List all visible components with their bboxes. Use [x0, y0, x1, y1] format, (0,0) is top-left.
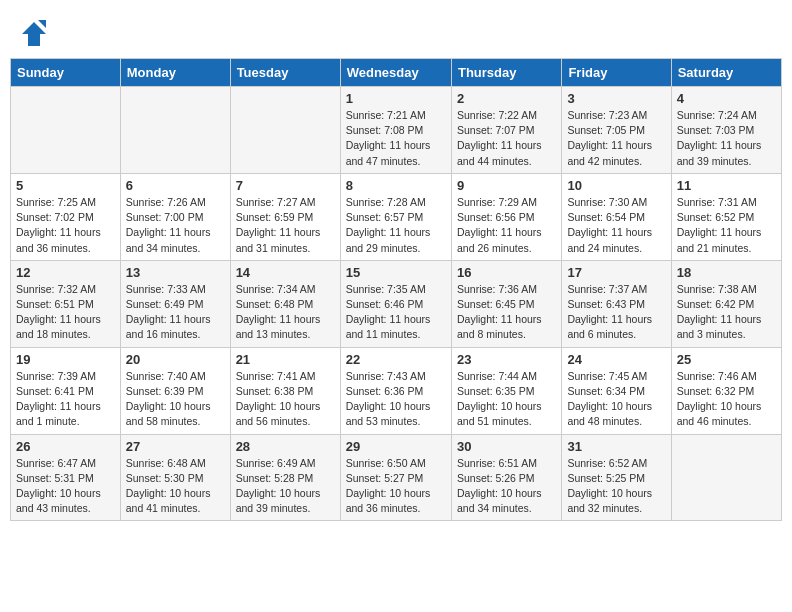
- calendar-week-row: 12Sunrise: 7:32 AM Sunset: 6:51 PM Dayli…: [11, 260, 782, 347]
- day-number: 13: [126, 265, 225, 280]
- calendar-cell: 3Sunrise: 7:23 AM Sunset: 7:05 PM Daylig…: [562, 87, 671, 174]
- calendar-cell: 28Sunrise: 6:49 AM Sunset: 5:28 PM Dayli…: [230, 434, 340, 521]
- day-number: 5: [16, 178, 115, 193]
- day-number: 9: [457, 178, 556, 193]
- day-info: Sunrise: 6:48 AM Sunset: 5:30 PM Dayligh…: [126, 456, 225, 517]
- calendar-cell: 29Sunrise: 6:50 AM Sunset: 5:27 PM Dayli…: [340, 434, 451, 521]
- calendar-cell: 13Sunrise: 7:33 AM Sunset: 6:49 PM Dayli…: [120, 260, 230, 347]
- calendar-cell: 26Sunrise: 6:47 AM Sunset: 5:31 PM Dayli…: [11, 434, 121, 521]
- calendar-cell: 9Sunrise: 7:29 AM Sunset: 6:56 PM Daylig…: [451, 173, 561, 260]
- calendar-cell: [671, 434, 781, 521]
- day-info: Sunrise: 6:52 AM Sunset: 5:25 PM Dayligh…: [567, 456, 665, 517]
- calendar-cell: 5Sunrise: 7:25 AM Sunset: 7:02 PM Daylig…: [11, 173, 121, 260]
- calendar-cell: 12Sunrise: 7:32 AM Sunset: 6:51 PM Dayli…: [11, 260, 121, 347]
- day-number: 10: [567, 178, 665, 193]
- day-info: Sunrise: 7:46 AM Sunset: 6:32 PM Dayligh…: [677, 369, 776, 430]
- day-number: 26: [16, 439, 115, 454]
- day-info: Sunrise: 6:50 AM Sunset: 5:27 PM Dayligh…: [346, 456, 446, 517]
- day-info: Sunrise: 7:30 AM Sunset: 6:54 PM Dayligh…: [567, 195, 665, 256]
- day-info: Sunrise: 7:39 AM Sunset: 6:41 PM Dayligh…: [16, 369, 115, 430]
- day-info: Sunrise: 7:26 AM Sunset: 7:00 PM Dayligh…: [126, 195, 225, 256]
- day-info: Sunrise: 6:47 AM Sunset: 5:31 PM Dayligh…: [16, 456, 115, 517]
- calendar-week-row: 5Sunrise: 7:25 AM Sunset: 7:02 PM Daylig…: [11, 173, 782, 260]
- day-number: 24: [567, 352, 665, 367]
- day-info: Sunrise: 7:23 AM Sunset: 7:05 PM Dayligh…: [567, 108, 665, 169]
- day-info: Sunrise: 6:49 AM Sunset: 5:28 PM Dayligh…: [236, 456, 335, 517]
- day-info: Sunrise: 7:31 AM Sunset: 6:52 PM Dayligh…: [677, 195, 776, 256]
- day-number: 16: [457, 265, 556, 280]
- calendar-cell: 16Sunrise: 7:36 AM Sunset: 6:45 PM Dayli…: [451, 260, 561, 347]
- weekday-header: Thursday: [451, 59, 561, 87]
- day-number: 1: [346, 91, 446, 106]
- calendar-cell: 31Sunrise: 6:52 AM Sunset: 5:25 PM Dayli…: [562, 434, 671, 521]
- calendar-cell: [230, 87, 340, 174]
- day-number: 3: [567, 91, 665, 106]
- day-info: Sunrise: 7:21 AM Sunset: 7:08 PM Dayligh…: [346, 108, 446, 169]
- day-number: 21: [236, 352, 335, 367]
- day-number: 15: [346, 265, 446, 280]
- day-info: Sunrise: 7:36 AM Sunset: 6:45 PM Dayligh…: [457, 282, 556, 343]
- calendar-cell: 8Sunrise: 7:28 AM Sunset: 6:57 PM Daylig…: [340, 173, 451, 260]
- day-info: Sunrise: 7:38 AM Sunset: 6:42 PM Dayligh…: [677, 282, 776, 343]
- weekday-header: Sunday: [11, 59, 121, 87]
- calendar-cell: 27Sunrise: 6:48 AM Sunset: 5:30 PM Dayli…: [120, 434, 230, 521]
- calendar-cell: [120, 87, 230, 174]
- calendar-cell: 30Sunrise: 6:51 AM Sunset: 5:26 PM Dayli…: [451, 434, 561, 521]
- calendar-week-row: 26Sunrise: 6:47 AM Sunset: 5:31 PM Dayli…: [11, 434, 782, 521]
- day-number: 6: [126, 178, 225, 193]
- day-number: 11: [677, 178, 776, 193]
- calendar-cell: 18Sunrise: 7:38 AM Sunset: 6:42 PM Dayli…: [671, 260, 781, 347]
- day-number: 25: [677, 352, 776, 367]
- day-number: 28: [236, 439, 335, 454]
- calendar-cell: 19Sunrise: 7:39 AM Sunset: 6:41 PM Dayli…: [11, 347, 121, 434]
- day-info: Sunrise: 7:37 AM Sunset: 6:43 PM Dayligh…: [567, 282, 665, 343]
- day-info: Sunrise: 7:25 AM Sunset: 7:02 PM Dayligh…: [16, 195, 115, 256]
- day-number: 22: [346, 352, 446, 367]
- weekday-header: Tuesday: [230, 59, 340, 87]
- page-header: [10, 10, 782, 53]
- calendar-cell: 2Sunrise: 7:22 AM Sunset: 7:07 PM Daylig…: [451, 87, 561, 174]
- day-number: 4: [677, 91, 776, 106]
- day-info: Sunrise: 7:29 AM Sunset: 6:56 PM Dayligh…: [457, 195, 556, 256]
- day-info: Sunrise: 7:22 AM Sunset: 7:07 PM Dayligh…: [457, 108, 556, 169]
- day-info: Sunrise: 7:33 AM Sunset: 6:49 PM Dayligh…: [126, 282, 225, 343]
- day-number: 27: [126, 439, 225, 454]
- day-info: Sunrise: 7:40 AM Sunset: 6:39 PM Dayligh…: [126, 369, 225, 430]
- day-number: 2: [457, 91, 556, 106]
- calendar-cell: 22Sunrise: 7:43 AM Sunset: 6:36 PM Dayli…: [340, 347, 451, 434]
- day-number: 8: [346, 178, 446, 193]
- calendar-week-row: 19Sunrise: 7:39 AM Sunset: 6:41 PM Dayli…: [11, 347, 782, 434]
- day-info: Sunrise: 7:28 AM Sunset: 6:57 PM Dayligh…: [346, 195, 446, 256]
- weekday-header: Saturday: [671, 59, 781, 87]
- calendar-header-row: SundayMondayTuesdayWednesdayThursdayFrid…: [11, 59, 782, 87]
- day-number: 30: [457, 439, 556, 454]
- calendar-cell: 25Sunrise: 7:46 AM Sunset: 6:32 PM Dayli…: [671, 347, 781, 434]
- day-info: Sunrise: 6:51 AM Sunset: 5:26 PM Dayligh…: [457, 456, 556, 517]
- calendar-cell: 14Sunrise: 7:34 AM Sunset: 6:48 PM Dayli…: [230, 260, 340, 347]
- day-number: 7: [236, 178, 335, 193]
- day-info: Sunrise: 7:34 AM Sunset: 6:48 PM Dayligh…: [236, 282, 335, 343]
- calendar-cell: [11, 87, 121, 174]
- day-number: 14: [236, 265, 335, 280]
- calendar-cell: 7Sunrise: 7:27 AM Sunset: 6:59 PM Daylig…: [230, 173, 340, 260]
- day-info: Sunrise: 7:41 AM Sunset: 6:38 PM Dayligh…: [236, 369, 335, 430]
- day-number: 31: [567, 439, 665, 454]
- calendar-cell: 21Sunrise: 7:41 AM Sunset: 6:38 PM Dayli…: [230, 347, 340, 434]
- calendar-cell: 23Sunrise: 7:44 AM Sunset: 6:35 PM Dayli…: [451, 347, 561, 434]
- logo-icon: [20, 20, 48, 48]
- weekday-header: Monday: [120, 59, 230, 87]
- day-number: 19: [16, 352, 115, 367]
- day-info: Sunrise: 7:32 AM Sunset: 6:51 PM Dayligh…: [16, 282, 115, 343]
- calendar-cell: 4Sunrise: 7:24 AM Sunset: 7:03 PM Daylig…: [671, 87, 781, 174]
- day-info: Sunrise: 7:24 AM Sunset: 7:03 PM Dayligh…: [677, 108, 776, 169]
- day-number: 18: [677, 265, 776, 280]
- calendar-cell: 24Sunrise: 7:45 AM Sunset: 6:34 PM Dayli…: [562, 347, 671, 434]
- day-info: Sunrise: 7:45 AM Sunset: 6:34 PM Dayligh…: [567, 369, 665, 430]
- day-number: 29: [346, 439, 446, 454]
- logo: [20, 20, 52, 48]
- day-number: 12: [16, 265, 115, 280]
- weekday-header: Friday: [562, 59, 671, 87]
- day-info: Sunrise: 7:44 AM Sunset: 6:35 PM Dayligh…: [457, 369, 556, 430]
- day-number: 23: [457, 352, 556, 367]
- calendar-cell: 11Sunrise: 7:31 AM Sunset: 6:52 PM Dayli…: [671, 173, 781, 260]
